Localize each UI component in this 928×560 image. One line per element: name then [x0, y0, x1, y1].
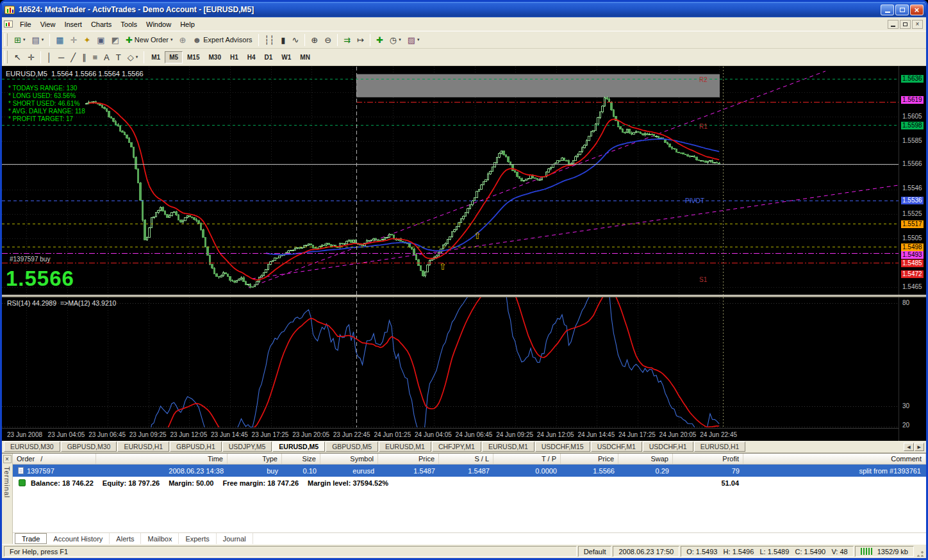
column-header-t-p[interactable]: T / P — [493, 454, 561, 464]
column-header-swap[interactable]: Swap — [618, 454, 673, 464]
minimize-button[interactable] — [881, 4, 894, 15]
equidistant-channel-button[interactable]: ∥ — [79, 50, 90, 64]
auto-scroll-button[interactable]: ⇉ — [340, 33, 354, 47]
menu-insert[interactable]: Insert — [60, 19, 87, 30]
price-chart-svg[interactable]: ⇧⇧ — [2, 66, 899, 428]
child-restore-button[interactable] — [900, 20, 911, 29]
column-header-price[interactable]: Price — [378, 454, 439, 464]
chart-tab-6[interactable]: GBPUSD,M5 — [326, 441, 378, 452]
chart-tab-0[interactable]: EURUSD,M30 — [4, 441, 60, 452]
new-chart-button[interactable]: ⊞▾ — [11, 33, 28, 47]
cursor-button[interactable]: ↖ — [11, 50, 24, 64]
crosshair-button[interactable]: ✛ — [24, 50, 38, 64]
titlebar[interactable]: 16524: MetaTrader - ActivTrades - Demo A… — [2, 2, 926, 17]
timeframe-h4-button[interactable]: H4 — [243, 51, 260, 63]
time-axis-label: 24 Jun 20:05 — [659, 431, 697, 438]
chart-tab-8[interactable]: CHFJPY,M1 — [432, 441, 481, 452]
periods-button[interactable]: ◷▾ — [386, 33, 404, 47]
menu-file[interactable]: File — [15, 19, 36, 30]
timeframe-d1-button[interactable]: D1 — [260, 51, 278, 63]
market-watch-button[interactable]: ▦ — [53, 33, 67, 47]
chart-tab-12[interactable]: USDCHF,H1 — [643, 441, 693, 452]
window-controls: × — [881, 4, 924, 15]
restore-button[interactable] — [895, 4, 909, 15]
chart-main[interactable]: ⇧⇧ EURUSD,M5 1.5564 1.5566 1.5564 1.5566… — [2, 66, 899, 441]
text-label-button[interactable]: T — [113, 50, 124, 64]
time-axis-label: 24 Jun 09:25 — [496, 431, 533, 438]
child-close-button[interactable]: × — [912, 20, 923, 29]
terminal-tab-experts[interactable]: Experts — [179, 533, 216, 544]
chart-tab-9[interactable]: EURUSD,M1 — [482, 441, 534, 452]
bar-chart-button[interactable]: ┆┆ — [261, 33, 278, 47]
balance-item: Free margin: 18 747.26 — [222, 479, 299, 487]
status-profile[interactable]: Default — [578, 546, 612, 557]
column-header-price[interactable]: Price — [561, 454, 618, 464]
timeframe-w1-button[interactable]: W1 — [277, 51, 295, 63]
terminal-tab-alerts[interactable]: Alerts — [110, 533, 141, 544]
horizontal-line-button[interactable]: ─ — [55, 50, 67, 64]
tabs-scroll-left-button[interactable]: ◀ — [904, 443, 913, 451]
line-chart-button[interactable]: ∿ — [288, 33, 302, 47]
strategy-tester-button[interactable]: ◩ — [108, 33, 122, 47]
order-cell: 1.5487 — [378, 467, 439, 475]
terminal-close-button[interactable]: × — [3, 455, 12, 463]
terminal-window-button[interactable]: ▣ — [94, 33, 108, 47]
timeframe-mn-button[interactable]: MN — [295, 51, 315, 63]
column-header-s-l[interactable]: S / L — [439, 454, 493, 464]
close-button[interactable]: × — [910, 4, 924, 15]
terminal-tab-account-history[interactable]: Account History — [47, 533, 110, 544]
trendline-button[interactable]: ╱ — [67, 50, 79, 64]
terminal-tab-trade[interactable]: Trade — [15, 533, 47, 544]
menu-charts[interactable]: Charts — [87, 19, 116, 30]
chart-tab-13[interactable]: EURUSD,H1 — [694, 441, 746, 452]
column-header-size[interactable]: Size — [282, 454, 320, 464]
text-button[interactable]: A — [101, 50, 113, 64]
vertical-line-button[interactable]: │ — [44, 50, 55, 64]
terminal-tab-mailbox[interactable]: Mailbox — [141, 533, 179, 544]
chart-tab-10[interactable]: USDCHF,M15 — [535, 441, 590, 452]
timeframe-m15-button[interactable]: M15 — [183, 51, 204, 63]
resize-grip[interactable] — [915, 546, 924, 557]
minimize-icon — [885, 12, 890, 13]
indicators-button[interactable]: ✚ — [373, 33, 386, 47]
menu-view[interactable]: View — [36, 19, 60, 30]
chart-tab-3[interactable]: GBPUSD,H1 — [170, 441, 222, 452]
zoom-out-button[interactable]: ⊖ — [321, 33, 335, 47]
chart-tab-7[interactable]: EURUSD,M1 — [379, 441, 431, 452]
column-header-comment[interactable]: Comment — [743, 454, 926, 464]
profiles-button[interactable]: ▤▾ — [28, 33, 47, 47]
arrows-button[interactable]: ◇▾ — [124, 50, 142, 64]
timeframe-m30-button[interactable]: M30 — [204, 51, 225, 63]
expert-advisors-button[interactable]: ☻Expert Advisors — [189, 33, 255, 47]
column-header-profit[interactable]: Profit — [673, 454, 743, 464]
timeframe-m5-button[interactable]: M5 — [165, 51, 183, 63]
order-row[interactable]: 13975972008.06.23 14:38buy0.10eurusd1.54… — [13, 465, 926, 477]
terminal-tab-journal[interactable]: Journal — [217, 533, 253, 544]
child-minimize-button[interactable] — [888, 20, 899, 29]
menu-window[interactable]: Window — [142, 19, 176, 30]
chart-shift-button[interactable]: ↦ — [354, 33, 367, 47]
chart-tab-2[interactable]: EURUSD,H1 — [117, 441, 169, 452]
zoom-in-button[interactable]: ⊕ — [308, 33, 321, 47]
metaeditor-button[interactable]: ⊕ — [176, 33, 190, 47]
data-window-button[interactable]: ✛ — [67, 33, 81, 47]
timeframe-h1-button[interactable]: H1 — [226, 51, 243, 63]
tabs-scroll-right-button[interactable]: ▶ — [915, 443, 924, 451]
chart-tab-11[interactable]: USDCHF,M1 — [591, 441, 642, 452]
new-order-button[interactable]: ✚New Order▾ — [122, 33, 176, 47]
column-header-type[interactable]: Type — [228, 454, 282, 464]
column-header-time[interactable]: Time — [96, 454, 228, 464]
menu-tools[interactable]: Tools — [116, 19, 142, 30]
candlestick-chart-button[interactable]: ▮ — [278, 33, 288, 47]
templates-button[interactable]: ▨▾ — [404, 33, 423, 47]
timeframe-m1-button[interactable]: M1 — [147, 51, 165, 63]
menu-help[interactable]: Help — [176, 19, 199, 30]
chart-tab-1[interactable]: GBPUSD,M30 — [61, 441, 117, 452]
pane-splitter[interactable] — [2, 295, 926, 297]
column-header-symbol[interactable]: Symbol — [320, 454, 378, 464]
column-header-order[interactable]: Order / — [13, 454, 96, 464]
chart-tab-5[interactable]: EURUSD,M5 — [272, 441, 325, 452]
fibonacci-button[interactable]: ≡ — [89, 50, 101, 64]
chart-tab-4[interactable]: USDJPY,M5 — [222, 441, 272, 452]
navigator-button[interactable]: ✦ — [80, 33, 94, 47]
